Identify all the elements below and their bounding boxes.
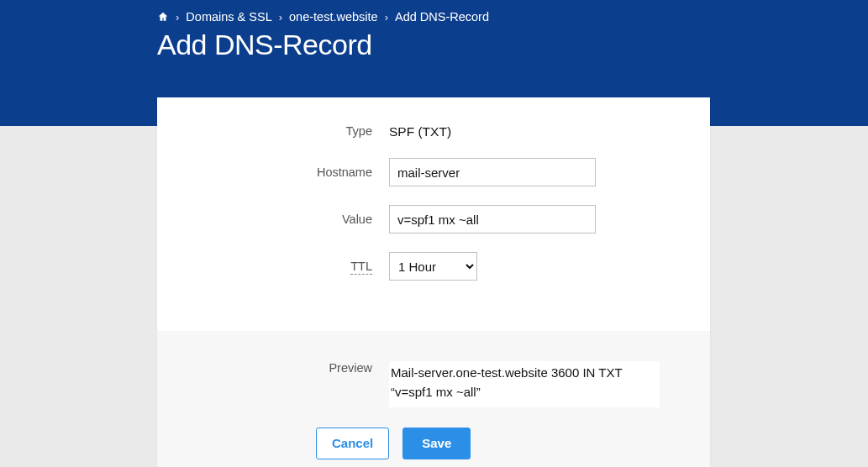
preview-label: Preview [157,361,389,375]
page-title: Add DNS-Record [157,29,868,61]
type-value: SPF (TXT) [389,123,710,139]
hostname-input[interactable] [389,158,596,186]
breadcrumb-current: Add DNS-Record [395,10,489,24]
chevron-right-icon: › [176,11,179,24]
cancel-button[interactable]: Cancel [316,428,389,459]
ttl-select[interactable]: 1 Hour [389,252,477,281]
type-label: Type [157,124,389,138]
form-panel: Type SPF (TXT) Hostname Value TTL 1 Hour [157,97,710,467]
preview-text: Mail-server.one-test.website 3600 IN TXT… [389,361,660,407]
breadcrumb-domains-ssl[interactable]: Domains & SSL [186,10,271,24]
ttl-label: TTL [157,260,389,273]
row-hostname: Hostname [157,158,710,186]
row-type: Type SPF (TXT) [157,123,710,139]
hostname-label: Hostname [157,165,389,179]
chevron-right-icon: › [279,11,282,24]
row-value: Value [157,205,710,234]
breadcrumb-domain-name[interactable]: one-test.website [289,10,378,24]
chevron-right-icon: › [385,11,388,24]
breadcrumb: › Domains & SSL › one-test.website › Add… [157,10,868,24]
save-button[interactable]: Save [402,428,471,459]
home-icon[interactable] [157,11,169,23]
value-input[interactable] [389,205,596,234]
value-label: Value [157,213,389,226]
preview-section: Preview Mail-server.one-test.website 360… [157,331,710,467]
row-ttl: TTL 1 Hour [157,252,710,281]
